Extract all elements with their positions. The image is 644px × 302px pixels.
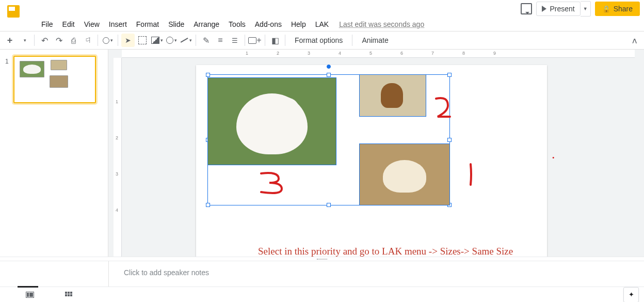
menu-file[interactable]: File bbox=[37, 19, 57, 30]
menu-help[interactable]: Help bbox=[287, 19, 310, 30]
explore-button[interactable]: ✦ bbox=[623, 287, 639, 303]
ruler-tick: 3 bbox=[116, 171, 118, 177]
speaker-notes-placeholder: Click to add speaker notes bbox=[124, 268, 209, 277]
ruler-tick: 2 bbox=[277, 51, 279, 56]
ruler-tick: 1 bbox=[246, 51, 248, 56]
share-button[interactable]: Share bbox=[595, 2, 640, 16]
ruler-tick: 7 bbox=[431, 51, 434, 56]
border-color-button[interactable] bbox=[199, 34, 213, 47]
toolbar-separator bbox=[34, 35, 35, 46]
present-dropdown[interactable]: ▼ bbox=[581, 1, 591, 17]
resize-handle-nw[interactable] bbox=[206, 73, 210, 77]
paint-format-button[interactable] bbox=[81, 34, 94, 47]
border-weight-button[interactable] bbox=[214, 34, 227, 47]
last-edit-link[interactable]: Last edit was seconds ago bbox=[339, 20, 424, 28]
annotation-2 bbox=[433, 96, 454, 125]
present-button[interactable]: Present bbox=[536, 2, 580, 16]
slide-thumbnail-row[interactable]: 1 bbox=[5, 56, 103, 103]
menu-slide[interactable]: Slide bbox=[164, 19, 188, 30]
annotation-1 bbox=[466, 162, 477, 190]
lock-icon bbox=[602, 5, 610, 13]
toolbar-separator bbox=[196, 35, 196, 46]
collapse-toolbar-button[interactable]: ʌ bbox=[627, 34, 641, 47]
ruler-tick: 2 bbox=[116, 135, 118, 140]
vertical-scrollbar[interactable] bbox=[637, 60, 643, 255]
undo-button[interactable] bbox=[38, 34, 51, 47]
speaker-notes[interactable]: Click to add speaker notes bbox=[0, 261, 644, 287]
menu-bar: File Edit View Insert Format Slide Arran… bbox=[0, 18, 644, 31]
menu-view[interactable]: View bbox=[80, 19, 104, 30]
slide-image-white-dog[interactable] bbox=[207, 77, 336, 165]
new-slide-button[interactable] bbox=[3, 34, 17, 47]
toolbar-separator bbox=[352, 35, 352, 46]
toolbar-separator bbox=[245, 35, 245, 46]
slide-image-german-shepherd[interactable] bbox=[359, 74, 426, 117]
mask-image-button[interactable]: ◧ bbox=[268, 34, 282, 47]
toolbar-separator bbox=[285, 35, 285, 46]
shape-dropdown[interactable] bbox=[165, 34, 178, 47]
annotation-3 bbox=[258, 170, 289, 200]
play-icon bbox=[542, 6, 546, 12]
menu-insert[interactable]: Insert bbox=[105, 19, 131, 30]
slide-image-puppy[interactable] bbox=[359, 144, 450, 205]
ruler-tick: 9 bbox=[493, 51, 496, 56]
toolbar-separator bbox=[265, 35, 265, 46]
ruler-tick: 1 bbox=[116, 99, 118, 104]
main-area: 1 1 2 3 4 5 6 7 8 9 1 2 3 4 bbox=[0, 50, 644, 257]
ruler-tick: 6 bbox=[400, 51, 403, 56]
open-comment-history-icon[interactable] bbox=[521, 3, 532, 14]
slides-logo[interactable] bbox=[3, 1, 24, 22]
ruler-tick: 3 bbox=[308, 51, 310, 56]
border-dash-button[interactable] bbox=[228, 34, 242, 47]
canvas-area[interactable]: 1 2 3 4 5 6 7 8 9 1 2 3 4 bbox=[108, 50, 644, 257]
slide-number: 1 bbox=[5, 56, 10, 103]
menu-format[interactable]: Format bbox=[132, 19, 163, 30]
annotation-dot: · bbox=[552, 153, 555, 164]
share-label: Share bbox=[614, 5, 633, 13]
resize-handle-s[interactable] bbox=[327, 203, 331, 207]
instruction-text: Select in this priority and go to LAK me… bbox=[258, 246, 513, 257]
menu-addons[interactable]: Add-ons bbox=[251, 19, 286, 30]
toolbar: ➤ + ◧ Format options Animate ʌ bbox=[0, 31, 644, 50]
horizontal-ruler[interactable]: 1 2 3 4 5 6 7 8 9 bbox=[122, 50, 635, 58]
filmstrip-view-button[interactable] bbox=[26, 292, 34, 298]
animate-button[interactable]: Animate bbox=[356, 34, 394, 47]
resize-handle-n[interactable] bbox=[327, 73, 331, 77]
rotate-handle[interactable] bbox=[327, 65, 331, 69]
resize-handle-sw[interactable] bbox=[206, 203, 210, 207]
bottom-bar: ✦ bbox=[0, 287, 644, 302]
insert-image-dropdown[interactable] bbox=[150, 34, 164, 47]
slide-thumbnail-1[interactable] bbox=[13, 56, 96, 103]
print-button[interactable] bbox=[67, 34, 80, 47]
line-dropdown[interactable] bbox=[179, 34, 192, 47]
ruler-tick: 4 bbox=[339, 51, 341, 56]
thumb-image bbox=[20, 61, 44, 77]
thumb-image bbox=[51, 60, 67, 70]
menu-tools[interactable]: Tools bbox=[224, 19, 250, 30]
redo-button[interactable] bbox=[52, 34, 66, 47]
ruler-tick: 8 bbox=[462, 51, 465, 56]
toolbar-separator bbox=[98, 35, 98, 46]
filmstrip[interactable]: 1 bbox=[0, 50, 108, 257]
vertical-ruler[interactable]: 1 2 3 4 bbox=[114, 58, 122, 257]
zoom-dropdown[interactable] bbox=[101, 34, 115, 47]
resize-handle-ne[interactable] bbox=[447, 73, 452, 77]
thumb-image bbox=[50, 75, 68, 88]
new-slide-dropdown[interactable] bbox=[18, 34, 31, 47]
menu-edit[interactable]: Edit bbox=[58, 19, 79, 30]
crop-image-button[interactable]: + bbox=[248, 34, 262, 47]
format-options-button[interactable]: Format options bbox=[288, 34, 349, 47]
notes-resize-handle[interactable] bbox=[0, 257, 644, 261]
textbox-tool[interactable] bbox=[136, 34, 149, 47]
present-label: Present bbox=[550, 5, 574, 13]
resize-handle-e[interactable] bbox=[447, 138, 452, 142]
ruler-tick: 5 bbox=[369, 51, 372, 56]
slide-canvas[interactable]: Select in this priority and go to LAK me… bbox=[196, 65, 547, 257]
grid-view-button[interactable] bbox=[65, 292, 72, 298]
active-view-underline bbox=[18, 286, 38, 288]
select-tool[interactable]: ➤ bbox=[121, 34, 135, 47]
menu-lak[interactable]: LAK bbox=[311, 19, 333, 30]
toolbar-separator bbox=[118, 35, 118, 46]
ruler-tick: 4 bbox=[116, 208, 118, 213]
menu-arrange[interactable]: Arrange bbox=[189, 19, 223, 30]
